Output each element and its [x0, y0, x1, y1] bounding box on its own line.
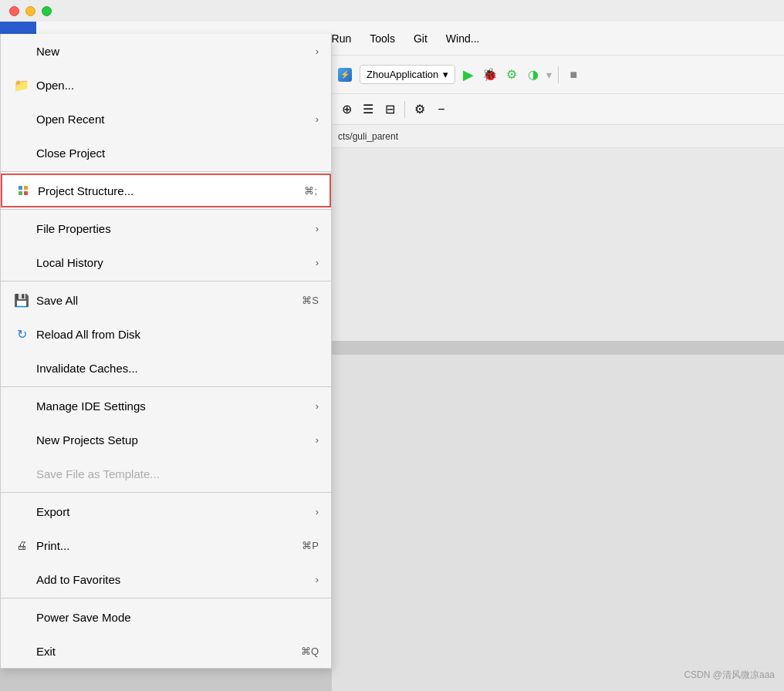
close-button[interactable] — [9, 6, 19, 16]
menu-entry-new-projects-setup[interactable]: New Projects Setup › — [1, 423, 331, 457]
title-bar — [0, 0, 784, 22]
menu-entry-save-template: Save File as Template... — [1, 457, 331, 490]
settings-icon[interactable]: ⚙ — [411, 101, 428, 118]
separator-6 — [1, 598, 331, 598]
menu-entry-new[interactable]: New › — [1, 34, 331, 68]
path-bar: cts/guli_parent — [332, 125, 784, 148]
profile-button[interactable]: ⚙ — [503, 66, 520, 83]
menu-entry-save-all[interactable]: 💾 Save All ⌘S — [1, 283, 331, 317]
menu-git[interactable]: Git — [404, 22, 437, 55]
menu-entry-power-save[interactable]: Power Save Mode — [1, 600, 331, 634]
menu-entry-reload[interactable]: ↻ Reload All from Disk — [1, 317, 331, 351]
menu-entry-manage-ide[interactable]: Manage IDE Settings › — [1, 389, 331, 423]
add-icon[interactable]: ⊕ — [338, 101, 355, 118]
maximize-button[interactable] — [42, 6, 52, 16]
debug-button[interactable]: 🐞 — [482, 66, 498, 83]
menu-window[interactable]: Wind... — [437, 22, 489, 55]
project-structure-icon — [15, 186, 32, 195]
menu-entry-local-history[interactable]: Local History › — [1, 245, 331, 279]
menu-entry-exit[interactable]: Exit ⌘Q — [1, 634, 331, 668]
collapse-icon[interactable]: ⊟ — [381, 101, 398, 118]
menu-entry-invalidate[interactable]: Invalidate Caches... — [1, 351, 331, 385]
minimize-button[interactable] — [25, 6, 35, 16]
folder-icon: 📁 — [13, 78, 30, 93]
separator-1 — [1, 171, 331, 172]
print-icon: 🖨 — [13, 539, 30, 551]
menu-entry-open[interactable]: 📁 Open... — [1, 68, 331, 102]
coverage-button[interactable]: ◑ — [525, 66, 542, 83]
menu-entry-project-structure[interactable]: Project Structure... ⌘; — [1, 174, 331, 207]
menu-entry-close-project[interactable]: Close Project — [1, 136, 331, 170]
reload-icon: ↻ — [13, 327, 30, 342]
separator-4 — [1, 386, 331, 387]
save-icon: 💾 — [13, 293, 30, 308]
align-icon[interactable]: ☰ — [360, 101, 377, 118]
separator-2 — [1, 209, 331, 210]
toolbar2: ⊕ ☰ ⊟ ⚙ − — [332, 94, 784, 125]
file-dropdown-menu: New › 📁 Open... Open Recent › Close Proj… — [0, 34, 332, 669]
separator-3 — [1, 281, 331, 281]
minus-icon[interactable]: − — [433, 101, 450, 118]
separator-5 — [1, 492, 331, 493]
menu-entry-print[interactable]: 🖨 Print... ⌘P — [1, 528, 331, 562]
stop-button[interactable]: ■ — [565, 66, 582, 83]
menu-entry-add-favorites[interactable]: Add to Favorites › — [1, 562, 331, 596]
watermark: CSDN @清风微凉aaa — [684, 669, 775, 682]
toolbar: ⚡ ZhouApplication ▾ ▶ 🐞 ⚙ ◑ ▾ ■ — [332, 56, 784, 94]
menu-entry-open-recent[interactable]: Open Recent › — [1, 102, 331, 136]
menu-entry-file-properties[interactable]: File Properties › — [1, 211, 331, 245]
menu-entry-export[interactable]: Export › — [1, 494, 331, 528]
run-button[interactable]: ▶ — [460, 66, 477, 83]
content-bottom — [332, 355, 784, 691]
traffic-lights — [9, 6, 52, 16]
toolbar2-divider — [404, 101, 405, 118]
app-dropdown[interactable]: ZhouApplication ▾ — [360, 65, 455, 84]
menu-tools[interactable]: Tools — [360, 22, 404, 55]
toolbar-divider — [558, 66, 559, 83]
app-icon: ⚡ — [338, 68, 352, 82]
content-top — [332, 148, 784, 341]
